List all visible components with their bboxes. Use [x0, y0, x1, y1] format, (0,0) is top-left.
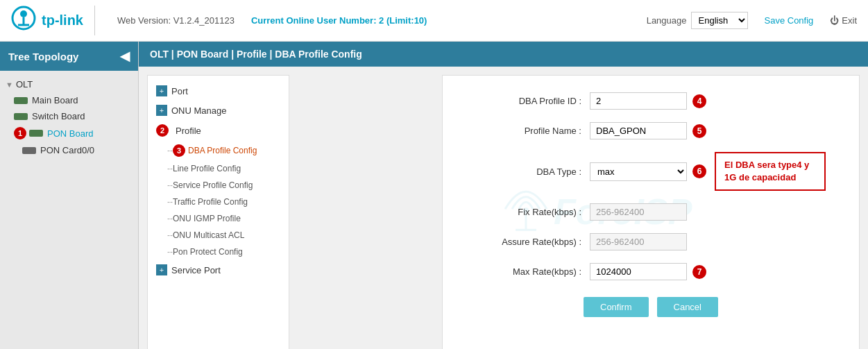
nav-item-profile[interactable]: 2 Profile: [148, 120, 289, 141]
assure-rate-row: Assure Rate(kbps) :: [465, 233, 837, 250]
nav-subitem-dba-profile-config[interactable]: 3 DBA Profile Config: [148, 141, 289, 160]
dba-profile-config-label: DBA Profile Config: [188, 146, 257, 155]
logo-text: tp-link: [42, 12, 83, 28]
save-config-link[interactable]: Save Config: [765, 15, 814, 26]
sidebar-item-pon-board[interactable]: 1 PON Board: [0, 124, 138, 142]
onu-multicast-acl-label: ONU Multicast ACL: [173, 230, 244, 240]
cancel-button[interactable]: Cancel: [657, 297, 718, 317]
nav-subitem-line-profile-config[interactable]: Line Profile Config: [148, 160, 289, 177]
pon-board-label: PON Board: [47, 128, 93, 139]
profile-badge: 2: [156, 124, 169, 137]
exit-button[interactable]: ⏻ Exit: [830, 15, 857, 26]
switchboard-device-icon: [14, 113, 28, 120]
online-users: Current Online User Number: 2 (Limit:10): [251, 15, 427, 26]
main-layout: Tree Topology ◀ ▼ OLT Main Board Switch …: [0, 42, 868, 349]
profile-name-badge: 5: [692, 124, 706, 138]
dba-type-label: DBA Type :: [465, 167, 590, 177]
dba-type-select[interactable]: max type1 type2 type3 type4: [590, 162, 687, 181]
sidebar-tree: ▼ OLT Main Board Switch Board 1 PON Boar…: [0, 71, 138, 164]
onu-igmp-profile-label: ONU IGMP Profile: [173, 214, 241, 223]
header: tp-link Web Version: V1.2.4_201123 Curre…: [0, 0, 868, 42]
nav-item-service-port[interactable]: + Service Port: [148, 260, 289, 280]
profile-name-label: Profile Name :: [465, 126, 590, 136]
breadcrumb: OLT | PON Board | Profile | DBA Profile …: [139, 42, 868, 67]
sidebar-item-olt[interactable]: ▼ OLT: [0, 76, 138, 92]
header-info: Web Version: V1.2.4_201123 Current Onlin…: [106, 12, 857, 29]
assure-rate-input[interactable]: [590, 233, 687, 250]
service-profile-config-label: Service Profile Config: [173, 180, 253, 190]
fix-rate-row: Fix Rate(kbps) :: [465, 203, 837, 221]
nav-subitem-onu-multicast-acl[interactable]: ONU Multicast ACL: [148, 227, 289, 244]
dba-type-badge: 6: [692, 164, 706, 178]
nav-subitem-pon-protect-config[interactable]: Pon Protect Config: [148, 244, 289, 260]
dba-type-tooltip: El DBA sera type4 y 1G de capacidad: [715, 152, 826, 191]
dba-profile-id-label: DBA Profile ID :: [465, 96, 590, 106]
ponboard-device-icon: [29, 130, 43, 137]
nav-subitem-onu-igmp-profile[interactable]: ONU IGMP Profile: [148, 210, 289, 227]
dba-profile-id-badge: 4: [692, 94, 706, 108]
language-select[interactable]: English Chinese: [691, 12, 748, 29]
assure-rate-label: Assure Rate(kbps) :: [465, 237, 590, 247]
language-label: Language: [647, 15, 687, 26]
sidebar-item-pon-card[interactable]: PON Card0/0: [0, 142, 138, 158]
max-rate-badge: 7: [692, 265, 706, 279]
max-rate-input[interactable]: [590, 263, 687, 280]
max-rate-label: Max Rate(kbps) :: [465, 266, 590, 277]
content-area: OLT | PON Board | Profile | DBA Profile …: [139, 42, 868, 349]
dba-type-row: DBA Type : max type1 type2 type3 type4 6…: [465, 152, 837, 191]
nav-subitem-traffic-profile-config[interactable]: Traffic Profile Config: [148, 194, 289, 210]
sidebar: Tree Topology ◀ ▼ OLT Main Board Switch …: [0, 42, 139, 349]
dba-profile-badge: 3: [173, 144, 185, 157]
content-inner: + Port + ONU Manage 2 Profile 3 DBA Prof…: [139, 67, 868, 349]
onu-manage-expand-icon: +: [156, 105, 167, 116]
profile-name-row: Profile Name : 5: [465, 122, 837, 139]
language-area: Language English Chinese: [647, 12, 748, 29]
profile-label: Profile: [176, 126, 201, 136]
web-version: Web Version: V1.2.4_201123: [117, 15, 235, 26]
mainboard-device-icon: [14, 97, 28, 104]
form-buttons: Confirm Cancel: [465, 297, 837, 317]
port-expand-icon: +: [156, 85, 167, 96]
pon-card-label: PON Card0/0: [40, 145, 94, 155]
nav-item-port[interactable]: + Port: [148, 81, 289, 101]
line-profile-config-label: Line Profile Config: [173, 164, 241, 173]
dba-profile-id-input[interactable]: [590, 92, 687, 110]
nav-item-onu-manage[interactable]: + ONU Manage: [148, 101, 289, 120]
service-port-expand-icon: +: [156, 264, 167, 275]
confirm-button[interactable]: Confirm: [584, 297, 649, 317]
left-nav-panel: + Port + ONU Manage 2 Profile 3 DBA Prof…: [147, 75, 289, 349]
switch-board-label: Switch Board: [32, 111, 85, 121]
sidebar-header: Tree Topology ◀: [0, 42, 138, 71]
sidebar-title: Tree Topology: [8, 51, 78, 62]
fix-rate-input[interactable]: [590, 203, 687, 221]
nav-subitem-service-profile-config[interactable]: Service Profile Config: [148, 177, 289, 194]
fix-rate-label: Fix Rate(kbps) :: [465, 207, 590, 217]
form-panel: ForoISP DBA Profile ID : 4 Profile Name …: [442, 75, 860, 349]
port-label: Port: [171, 86, 188, 96]
service-port-label: Service Port: [171, 265, 221, 275]
poncard-device-icon: [22, 147, 36, 154]
profile-name-input[interactable]: [590, 122, 687, 139]
tp-link-icon: [11, 6, 36, 35]
svg-point-1: [20, 10, 27, 17]
onu-manage-label: ONU Manage: [171, 105, 226, 116]
olt-label: OLT: [16, 79, 33, 90]
max-rate-row: Max Rate(kbps) : 7: [465, 263, 837, 280]
traffic-profile-config-label: Traffic Profile Config: [173, 197, 248, 207]
power-icon: ⏻: [830, 15, 839, 26]
pon-board-badge: 1: [14, 127, 26, 139]
logo-area: tp-link: [11, 6, 95, 35]
sidebar-collapse-button[interactable]: ◀: [120, 49, 130, 64]
sidebar-item-switch-board[interactable]: Switch Board: [0, 108, 138, 124]
main-board-label: Main Board: [32, 95, 78, 105]
dba-profile-id-row: DBA Profile ID : 4: [465, 92, 837, 110]
sidebar-item-main-board[interactable]: Main Board: [0, 92, 138, 108]
pon-protect-config-label: Pon Protect Config: [173, 247, 243, 257]
